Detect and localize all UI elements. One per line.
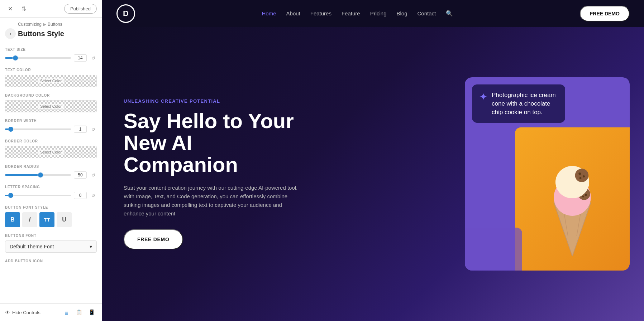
preview-navbar: D Home About Features Feature Pricing Bl… <box>102 0 644 27</box>
hero-section: UNLEASHING CREATIVE POTENTIAL Say Hello … <box>102 27 644 321</box>
sparkle-icon: ✦ <box>479 91 487 103</box>
text-color-picker-label: Select Color <box>38 78 64 83</box>
hero-description: Start your content creation journey with… <box>124 184 303 218</box>
background-color-picker-label: Select Color <box>38 104 64 109</box>
svg-point-13 <box>575 169 589 182</box>
border-width-control: BORDER WIDTH 1 ↺ <box>5 119 97 133</box>
customizer-panel: ✕ ⇅ Published Customizing ▶ Buttons ‹ Bu… <box>0 0 102 321</box>
border-color-label: BORDER COLOR <box>5 139 97 143</box>
border-width-input[interactable]: 1 <box>74 126 87 133</box>
breadcrumb-current: Buttons <box>48 22 62 27</box>
text-size-label: TEXT SIZE <box>5 48 97 52</box>
breadcrumb: Customizing ▶ Buttons <box>0 18 102 28</box>
sort-icon[interactable]: ⇅ <box>19 4 29 14</box>
ai-card-text: Photographic ice cream cone with a choco… <box>492 91 558 116</box>
border-radius-row: 50 ↺ <box>5 171 97 179</box>
hero-cta-button[interactable]: FREE DEMO <box>124 229 183 249</box>
text-color-picker[interactable]: Select Color <box>5 75 97 87</box>
text-size-input[interactable]: 14 <box>74 54 87 62</box>
text-color-label: TEXT COLOR <box>5 68 97 72</box>
nav-link-about[interactable]: About <box>286 10 300 16</box>
add-button-icon-control: ADD BUTTON ICON <box>5 259 97 263</box>
panel-back-row: ‹ Buttons Style <box>0 28 102 43</box>
breadcrumb-arrow: ▶ <box>43 22 46 27</box>
nav-link-feature[interactable]: Feature <box>342 10 360 16</box>
bottom-overlay <box>465 228 522 271</box>
panel-body: TEXT SIZE 14 ↺ TEXT COLOR Select Color B… <box>0 43 102 303</box>
letter-spacing-label: LETTER SPACING <box>5 185 97 189</box>
nav-cta-button[interactable]: FREE DEMO <box>580 6 630 21</box>
back-button[interactable]: ‹ <box>5 28 16 39</box>
nav-links: Home About Features Feature Pricing Blog… <box>262 10 453 17</box>
tablet-viewport-button[interactable]: 📋 <box>74 307 84 317</box>
buttons-font-dropdown[interactable]: Default Theme Font ▾ <box>5 240 97 253</box>
border-radius-label: BORDER RADIUS <box>5 165 97 169</box>
border-width-track[interactable] <box>5 128 71 130</box>
text-size-reset[interactable]: ↺ <box>90 54 97 62</box>
letter-spacing-control: LETTER SPACING 0 ↺ <box>5 185 97 199</box>
hide-controls-label: Hide Controls <box>12 310 40 315</box>
border-radius-control: BORDER RADIUS 50 ↺ <box>5 165 97 179</box>
ice-cream-image <box>515 127 630 271</box>
hero-title: Say Hello to Your New AI Companion <box>124 110 303 176</box>
panel-header-left: ✕ ⇅ <box>5 4 29 14</box>
svg-point-14 <box>578 172 581 175</box>
panel-title: Buttons Style <box>18 30 64 38</box>
breadcrumb-parent[interactable]: Customizing <box>18 22 42 27</box>
nav-link-contact[interactable]: Contact <box>418 10 436 16</box>
nav-link-features[interactable]: Features <box>310 10 331 16</box>
eye-icon: 👁 <box>5 310 10 315</box>
font-style-row: B I TT U <box>5 212 97 227</box>
text-size-control: TEXT SIZE 14 ↺ <box>5 48 97 62</box>
border-width-reset[interactable]: ↺ <box>90 126 97 133</box>
svg-point-15 <box>583 175 585 177</box>
letter-spacing-track[interactable] <box>5 195 71 196</box>
ai-description-card: ✦ Photographic ice cream cone with a cho… <box>472 84 565 123</box>
border-width-row: 1 ↺ <box>5 126 97 133</box>
font-style-underline-button[interactable]: U <box>57 212 72 227</box>
buttons-font-value: Default Theme Font <box>10 244 54 249</box>
desktop-viewport-button[interactable]: 🖥 <box>61 307 71 317</box>
letter-spacing-input[interactable]: 0 <box>74 192 87 199</box>
button-font-style-control: BUTTON FONT STYLE B I TT U <box>5 205 97 227</box>
viewport-buttons: 🖥 📋 📱 <box>61 307 97 317</box>
hero-card: ✦ Photographic ice cream cone with a cho… <box>465 77 630 271</box>
text-color-control: TEXT COLOR Select Color <box>5 68 97 87</box>
buttons-font-label: BUTTONS FONT <box>5 234 97 238</box>
buttons-font-control: BUTTONS FONT Default Theme Font ▾ <box>5 234 97 253</box>
border-radius-track[interactable] <box>5 174 71 176</box>
nav-logo: D <box>116 4 135 23</box>
border-radius-reset[interactable]: ↺ <box>90 171 97 179</box>
letter-spacing-row: 0 ↺ <box>5 192 97 199</box>
nav-link-blog[interactable]: Blog <box>397 10 407 16</box>
close-icon[interactable]: ✕ <box>5 4 15 14</box>
published-button[interactable]: Published <box>64 4 97 14</box>
text-size-track[interactable] <box>5 57 71 59</box>
svg-point-10 <box>585 194 587 196</box>
ice-cream-svg <box>536 142 608 256</box>
mobile-viewport-button[interactable]: 📱 <box>87 307 97 317</box>
button-font-style-label: BUTTON FONT STYLE <box>5 205 97 209</box>
border-color-control: BORDER COLOR Select Color <box>5 139 97 158</box>
nav-link-pricing[interactable]: Pricing <box>370 10 387 16</box>
panel-header: ✕ ⇅ Published <box>0 0 102 18</box>
hide-controls-button[interactable]: 👁 Hide Controls <box>5 310 40 315</box>
background-color-picker[interactable]: Select Color <box>5 100 97 112</box>
font-style-italic-button[interactable]: I <box>22 212 37 227</box>
border-radius-input[interactable]: 50 <box>74 171 87 179</box>
letter-spacing-reset[interactable]: ↺ <box>90 192 97 199</box>
add-button-icon-label: ADD BUTTON ICON <box>5 259 97 263</box>
background-color-label: BACKGROUND COLOR <box>5 93 97 97</box>
svg-point-16 <box>579 177 582 179</box>
search-icon[interactable]: 🔍 <box>446 10 453 17</box>
border-color-picker[interactable]: Select Color <box>5 146 97 158</box>
border-color-picker-label: Select Color <box>38 150 64 155</box>
hero-tagline: UNLEASHING CREATIVE POTENTIAL <box>124 98 303 104</box>
svg-point-11 <box>582 196 584 198</box>
preview-area: D Home About Features Feature Pricing Bl… <box>102 0 644 321</box>
chevron-down-icon: ▾ <box>90 244 92 249</box>
font-style-tt-button[interactable]: TT <box>39 212 54 227</box>
nav-link-home[interactable]: Home <box>262 10 276 16</box>
border-width-label: BORDER WIDTH <box>5 119 97 123</box>
font-style-bold-button[interactable]: B <box>5 212 20 227</box>
